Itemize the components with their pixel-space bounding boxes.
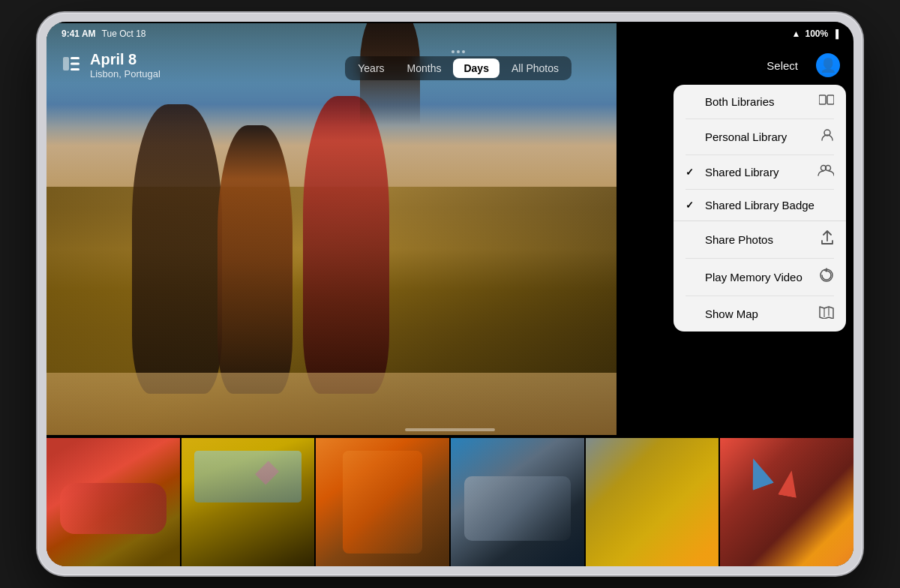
tab-months[interactable]: Months — [397, 58, 452, 78]
status-bar: 9:41 AM Tue Oct 18 ▲ 100% ▐ — [46, 22, 854, 46]
avatar-icon: 👤 — [820, 57, 836, 74]
menu-section-library: Both Libraries Personal Library — [674, 85, 846, 221]
svg-rect-2 — [70, 62, 80, 64]
menu-label-share-photos: Share Photos — [705, 233, 773, 246]
menu-item-share-photos[interactable]: Share Photos — [674, 221, 846, 258]
status-date: Tue Oct 18 — [102, 28, 146, 39]
bottom-photo-3 — [314, 438, 449, 566]
menu-item-shared-library[interactable]: ✓ Shared Library — [674, 155, 846, 189]
nav-right: Select 👤 — [756, 53, 840, 77]
date-title: April 8 — [90, 51, 160, 68]
tab-all-photos[interactable]: All Photos — [501, 58, 569, 78]
swipe-dots — [452, 50, 465, 53]
menu-label-play-memory-video: Play Memory Video — [705, 271, 802, 284]
bottom-photo-6 — [718, 438, 854, 566]
menu-label-shared-library-badge: Shared Library Badge — [705, 199, 814, 212]
date-subtitle: Lisbon, Portugal — [90, 68, 160, 80]
both-libraries-icon — [819, 94, 834, 110]
segment-control[interactable]: Years Months Days All Photos — [345, 56, 572, 80]
bottom-photo-4 — [449, 438, 584, 566]
status-time: 9:41 AM — [62, 28, 96, 39]
menu-label-shared-library: Shared Library — [705, 166, 778, 178]
dropdown-menu: Both Libraries Personal Library — [674, 85, 846, 332]
screen: 9:41 AM Tue Oct 18 ▲ 100% ▐ — [46, 22, 854, 566]
select-button[interactable]: Select — [756, 55, 808, 76]
svg-rect-1 — [70, 57, 80, 59]
bottom-photo-2 — [180, 438, 315, 566]
user-avatar-button[interactable]: 👤 — [816, 53, 840, 77]
date-info: April 8 Lisbon, Portugal — [90, 51, 160, 80]
tab-years[interactable]: Years — [347, 58, 394, 78]
svg-rect-0 — [63, 57, 69, 70]
menu-label-both-libraries: Both Libraries — [705, 95, 775, 108]
menu-label-personal-library: Personal Library — [705, 130, 787, 143]
menu-check-shared: ✓ — [686, 166, 698, 178]
sidebar-toggle-button[interactable] — [60, 54, 82, 77]
menu-label-show-map: Show Map — [705, 308, 758, 320]
menu-item-both-libraries[interactable]: Both Libraries — [674, 85, 846, 118]
battery-icon: ▐ — [832, 29, 838, 38]
svg-rect-3 — [70, 68, 80, 70]
shared-library-icon — [818, 164, 834, 180]
nav-bar: April 8 Lisbon, Portugal Years Months Da… — [46, 46, 854, 85]
personal-library-icon — [820, 128, 834, 146]
menu-item-personal-library[interactable]: Personal Library — [674, 119, 846, 154]
battery-percent: 100% — [806, 28, 829, 39]
wifi-icon: ▲ — [792, 28, 801, 39]
show-map-icon — [819, 305, 834, 322]
bottom-photo-5 — [584, 438, 719, 566]
menu-item-shared-library-badge[interactable]: ✓ Shared Library Badge — [674, 190, 846, 220]
menu-check-badge: ✓ — [686, 200, 698, 211]
play-memory-icon — [819, 268, 834, 286]
svg-rect-5 — [827, 95, 834, 104]
scroll-indicator — [405, 428, 495, 431]
svg-rect-4 — [819, 95, 826, 104]
tab-days[interactable]: Days — [453, 58, 499, 78]
ipad-frame: 9:41 AM Tue Oct 18 ▲ 100% ▐ — [38, 13, 862, 575]
menu-section-actions: Share Photos Play Memory Video — [674, 221, 846, 332]
nav-center: Years Months Days All Photos — [345, 50, 572, 80]
share-photos-icon — [820, 230, 834, 249]
bottom-photos — [46, 436, 854, 566]
menu-item-show-map[interactable]: Show Map — [674, 296, 846, 332]
menu-item-play-memory-video[interactable]: Play Memory Video — [674, 259, 846, 296]
bottom-photo-1 — [46, 438, 180, 566]
